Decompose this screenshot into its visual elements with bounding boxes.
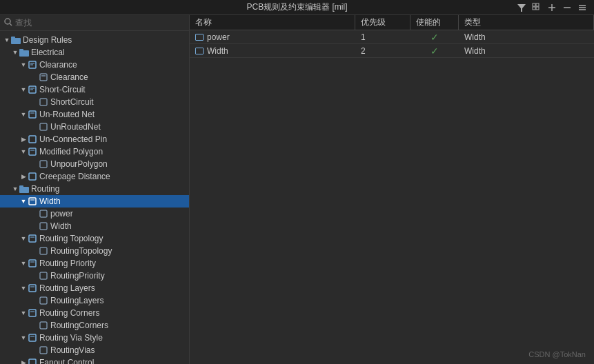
tree-label: Short-Circuit [39,85,86,94]
tree-label: power [50,209,73,219]
tree-item-routing-priority-item[interactable]: RoutingPriority [0,270,189,282]
tree-label: Width [39,196,61,206]
svg-rect-35 [19,185,23,188]
svg-rect-55 [29,359,36,364]
search-bar [0,15,189,31]
table-row[interactable]: Width 2 ✓ Width [190,44,594,58]
expand-arrow [19,197,28,205]
rule-item-icon [39,296,48,305]
tree-item-clearance-item[interactable]: Clearance [0,71,189,83]
tree-label: RoutingVias [50,345,95,355]
svg-rect-26 [29,111,36,118]
tree-item-un-connected-pin[interactable]: Un-Connected Pin [0,133,189,145]
tree-item-routing-layers-group[interactable]: Routing Layers [0,282,189,294]
tree-item-routing-corners-item[interactable]: RoutingCorners [0,319,189,332]
svg-rect-52 [29,334,36,341]
rule-item-icon [39,345,48,355]
folder-icon [11,35,21,45]
rule-group-icon [28,333,37,343]
tree-item-routing-layers-item[interactable]: RoutingLayers [0,294,189,307]
svg-rect-54 [40,347,47,354]
rule-group-icon [28,134,37,144]
col-header-type: 类型 [459,15,594,30]
rule-item-icon [39,72,48,82]
tree-item-design-rules[interactable]: Design Rules [0,34,189,46]
tree-label: RoutingCorners [50,321,108,330]
tree-label: Un-Connected Pin [39,134,107,144]
grid-icon[interactable] [531,1,543,14]
tree-item-short-circuit-group[interactable]: Short-Circuit [0,83,189,96]
svg-rect-29 [29,136,36,143]
tree-item-routing-topology-item[interactable]: RoutingTopology [0,245,189,257]
col-header-name: 名称 [190,15,355,30]
svg-rect-38 [40,210,47,217]
search-icon [4,18,12,28]
tree-item-un-routed-net-group[interactable]: Un-Routed Net [0,108,189,121]
expand-arrow [19,135,28,143]
tree-item-short-circuit-item[interactable]: ShortCircuit [0,96,189,108]
tree-item-modified-polygon-group[interactable]: Modified Polygon [0,145,189,158]
svg-rect-13 [11,38,21,44]
rule-group-icon [28,308,37,318]
tree-item-width-item[interactable]: Width [0,220,189,232]
left-panel: Design Rules Electrical [0,15,190,364]
tree-item-routing-via-style-group[interactable]: Routing Via Style [0,332,189,344]
cell-enabled: ✓ [410,32,459,43]
check-icon: ✓ [430,32,439,43]
expand-arrow [19,309,28,317]
svg-rect-46 [29,285,36,292]
expand-arrow [11,185,19,193]
tree-item-fanout-control[interactable]: Fanout Control [0,356,189,364]
tree-item-clearance-group[interactable]: Clearance [0,59,189,71]
svg-line-12 [10,23,12,26]
tree-item-routing-corners-group[interactable]: Routing Corners [0,307,189,319]
rule-group-icon [28,196,37,206]
filter-icon[interactable] [515,1,528,14]
tree-item-un-poured-polygon-item[interactable]: UnpourPolygon [0,158,189,170]
expand-arrow [19,358,28,364]
rule-item-icon [39,159,48,169]
folder-icon [19,48,29,57]
rule-item-icon [39,246,48,256]
rule-group-icon [28,234,37,243]
rule-group-icon [28,85,37,94]
tree-item-routing-vias-item[interactable]: RoutingVias [0,344,189,356]
rule-group-icon [28,110,37,119]
svg-rect-49 [29,310,36,316]
rule-item-icon [39,122,48,132]
tree-label: Un-Routed Net [39,110,95,119]
right-panel: 名称 优先级 使能的 类型 power 1 [190,15,594,364]
expand-arrow [19,110,28,119]
menu-icon[interactable] [576,1,588,14]
tree-item-routing-group[interactable]: Routing [0,183,189,195]
cell-enabled: ✓ [410,46,459,57]
tree-item-electrical[interactable]: Electrical [0,46,189,59]
svg-rect-4 [536,7,539,10]
tree-label: Clearance [50,72,88,82]
expand-arrow [11,48,19,57]
tree-label: UnRoutedNet [50,122,101,132]
tree-item-un-routed-net-item[interactable]: UnRoutedNet [0,121,189,133]
table-body: power 1 ✓ Width Width 2 [190,30,594,364]
svg-rect-3 [533,7,535,10]
tree-label: Routing Topology [39,234,103,243]
svg-rect-28 [40,123,47,130]
add-icon[interactable] [546,1,558,14]
rule-item-icon [39,209,48,219]
tree-item-width-group[interactable]: Width [0,195,189,208]
search-input[interactable] [15,18,185,28]
tree-item-creepage-distance[interactable]: Creepage Distance [0,170,189,183]
svg-rect-30 [29,148,36,155]
rule-group-icon [28,283,37,293]
tree-item-power[interactable]: power [0,208,189,220]
svg-rect-16 [19,49,23,51]
table-row[interactable]: power 1 ✓ Width [190,30,594,44]
check-icon: ✓ [430,46,439,57]
tree-item-routing-topology-group[interactable]: Routing Topology [0,232,189,245]
window-title: PCB规则及约束编辑器 [mil] [246,1,347,13]
remove-icon[interactable] [561,1,573,14]
svg-rect-45 [40,272,47,279]
cell-priority: 2 [355,46,410,56]
tree-item-routing-priority-group[interactable]: Routing Priority [0,257,189,270]
tree-label: UnpourPolygon [50,159,108,169]
